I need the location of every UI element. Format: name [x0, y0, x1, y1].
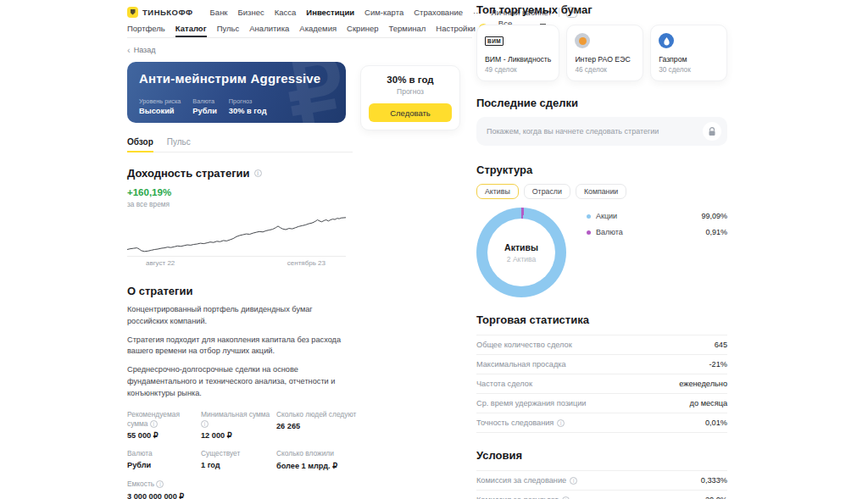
stat-currency: Валюта Рубли — [127, 449, 198, 470]
hero-row: ₽ Анти-мейнстрим Aggressive Уровень риск… — [127, 62, 472, 130]
lock-icon — [703, 122, 721, 141]
returns-heading: Доходность стратегии — [127, 167, 472, 180]
security-deals: 30 сделок — [659, 66, 719, 74]
table-row: Частота сделок еженедельно — [476, 374, 727, 394]
info-icon[interactable] — [150, 420, 158, 428]
security-name: Газпром — [659, 55, 719, 64]
trading-stats-heading: Торговая статистика — [476, 313, 727, 326]
tinkoff-shield-icon — [127, 7, 138, 18]
structure-donut-center: Активы 2 Актива — [487, 219, 555, 286]
stat-invested: Сколько вложили более 1 млрд. ₽ — [276, 449, 358, 470]
x-tick-right: сентябрь 23 — [287, 259, 326, 267]
structure-section: Структура Активы Отрасли Компании Активы… — [476, 164, 727, 297]
stat-exists: Существует 1 год — [201, 449, 274, 470]
returns-value: +160,19% — [127, 187, 472, 197]
legend-row-shares: Акции 99,09% — [587, 212, 727, 220]
tab-pulse[interactable]: Пульс — [167, 137, 191, 147]
nav-item-investments[interactable]: Инвестиции — [306, 8, 354, 17]
stat-recommended-sum: Рекомендуемая сумма 55 000 ₽ — [127, 410, 198, 441]
subnav-item-screener[interactable]: Скринер — [347, 24, 378, 33]
security-name: ВИМ - Ликвидность — [485, 55, 551, 64]
subnav-item-analytics[interactable]: Аналитика — [249, 24, 289, 33]
trading-stats-table: Общее количество сделок 645 Максимальная… — [476, 335, 727, 433]
returns-chart — [127, 213, 346, 256]
stat-minimal-sum: Минимальная сумма 12 000 ₽ — [201, 410, 274, 441]
top-securities-section: Топ торгуемых бумаг ВИМ ВИМ - Ликвидност… — [476, 3, 727, 81]
about-heading: О стратегии — [127, 285, 472, 297]
interrao-logo-icon — [575, 33, 590, 48]
hero-meta-risk: Уровень риска Высокий — [139, 97, 181, 116]
returns-period: за все время — [127, 200, 472, 208]
info-icon[interactable] — [562, 496, 570, 499]
returns-x-axis: август 22 сентябрь 23 — [127, 256, 346, 267]
info-icon[interactable] — [156, 480, 164, 488]
tinkoff-logo-text: ТИНЬКОФФ — [142, 8, 193, 17]
page: ТИНЬКОФФ Банк Бизнес Касса Инвестиции Си… — [0, 0, 868, 499]
returns-section: Доходность стратегии +160,19% за все вре… — [127, 167, 472, 267]
filter-companies[interactable]: Компании — [576, 184, 626, 199]
legend-dot-shares — [587, 214, 591, 219]
tinkoff-logo[interactable]: ТИНЬКОФФ — [127, 7, 193, 18]
subnav-item-academy[interactable]: Академия — [299, 24, 337, 33]
last-deals-locked-box: Покажем, когда вы начнете следовать стра… — [476, 117, 727, 146]
subnav-item-pulse[interactable]: Пульс — [217, 24, 240, 33]
table-row: Точность следования 0,01% — [476, 413, 727, 433]
strategy-tabs: Обзор Пульс — [127, 137, 353, 152]
hero-meta-currency: Валюта Рубли — [192, 97, 217, 116]
info-icon[interactable] — [201, 420, 209, 428]
filter-industries[interactable]: Отрасли — [524, 184, 570, 199]
security-name: Интер РАО ЕЭС — [575, 55, 635, 64]
back-chevron-icon: ‹ — [127, 47, 131, 54]
stat-capacity: Емкость 3 000 000 000 ₽ — [127, 480, 198, 499]
security-deals: 49 сделок — [485, 66, 551, 74]
structure-body: Активы 2 Актива Акции 99,09% Валюта 0,91… — [476, 208, 727, 297]
vim-logo-icon: ВИМ — [485, 36, 504, 46]
returns-line — [127, 218, 346, 252]
gazprom-logo-icon — [659, 33, 674, 48]
security-card-gazprom[interactable]: Газпром 30 сделок — [650, 25, 727, 81]
main-column: ТИНЬКОФФ Банк Бизнес Касса Инвестиции Си… — [127, 0, 472, 499]
hero-meta-forecast: Прогноз 30% в год — [229, 97, 267, 116]
sub-navigation: Портфель Каталог Пульс Аналитика Академи… — [127, 21, 472, 38]
subnav-item-catalog[interactable]: Каталог — [175, 24, 207, 33]
follow-button[interactable]: Следовать — [369, 103, 452, 122]
donut-center-subtitle: 2 Актива — [507, 255, 536, 263]
nav-item-business[interactable]: Бизнес — [238, 8, 264, 17]
strategy-stats-grid: Рекомендуемая сумма 55 000 ₽ Минимальная… — [127, 410, 472, 499]
nav-item-sim[interactable]: Сим-карта — [364, 8, 403, 17]
structure-heading: Структура — [476, 164, 727, 176]
side-column: Топ торгуемых бумаг ВИМ ВИМ - Ликвидност… — [476, 0, 727, 499]
tab-overview[interactable]: Обзор — [127, 137, 153, 147]
security-card-vim[interactable]: ВИМ ВИМ - Ликвидность 49 сделок — [476, 25, 559, 81]
strategy-title: Анти-мейнстрим Aggressive — [139, 71, 334, 86]
structure-legend: Акции 99,09% Валюта 0,91% — [587, 212, 727, 297]
last-deals-section: Последние сделки Покажем, когда вы начне… — [476, 97, 727, 146]
forecast-value: 30% в год — [369, 75, 452, 85]
conditions-heading: Условия — [476, 449, 727, 462]
structure-filters: Активы Отрасли Компании — [476, 184, 727, 199]
last-deals-placeholder: Покажем, когда вы начнете следовать стра… — [487, 127, 659, 136]
about-paragraph: Стратегия подходит для накопления капита… — [127, 335, 351, 358]
last-deals-heading: Последние сделки — [476, 97, 727, 109]
table-row: Общее количество сделок 645 — [476, 335, 727, 355]
info-icon[interactable] — [570, 477, 577, 485]
subnav-item-terminal[interactable]: Терминал — [389, 24, 426, 33]
table-row: Ср. время удержания позиции до месяца — [476, 394, 727, 413]
back-link[interactable]: ‹ Назад — [127, 46, 155, 54]
table-row: Комиссия за следование 0,333% — [476, 471, 727, 491]
stat-followers: Сколько людей следуют 26 265 — [276, 410, 358, 441]
legend-dot-currency — [587, 230, 591, 235]
forecast-card: 30% в год Прогноз Следовать — [360, 65, 460, 130]
nav-item-bank[interactable]: Банк — [210, 8, 228, 17]
subnav-item-portfolio[interactable]: Портфель — [127, 24, 165, 33]
info-icon[interactable] — [254, 169, 262, 177]
top-securities-cards: ВИМ ВИМ - Ликвидность 49 сделок Интер РА… — [476, 25, 727, 81]
nav-item-insurance[interactable]: Страхование — [414, 8, 463, 17]
hero-meta: Уровень риска Высокий Валюта Рубли Прогн… — [139, 97, 267, 116]
nav-item-kassa[interactable]: Касса — [275, 8, 297, 17]
security-card-interrao[interactable]: Интер РАО ЕЭС 46 сделок — [566, 25, 643, 81]
top-navigation: ТИНЬКОФФ Банк Бизнес Касса Инвестиции Си… — [127, 3, 472, 21]
info-icon[interactable] — [557, 419, 565, 427]
about-paragraph: Среднесрочно-долгосрочные сделки на осно… — [127, 364, 351, 399]
filter-assets[interactable]: Активы — [476, 184, 519, 199]
